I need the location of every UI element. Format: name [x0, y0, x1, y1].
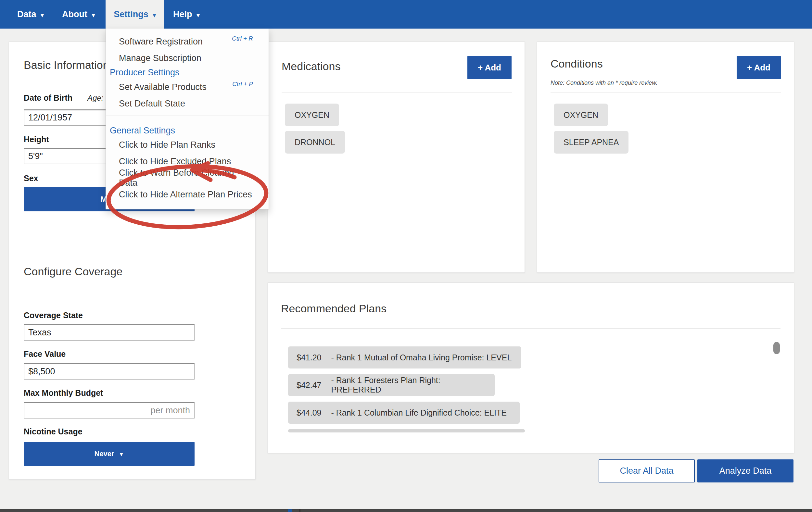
conditions-note: Note: Conditions with an * require revie…: [551, 80, 658, 86]
medication-tag[interactable]: OXYGEN: [285, 103, 339, 126]
medications-title: Medications: [282, 60, 340, 73]
recommended-plans-panel: Recommended Plans $41.20 - Rank 1 Mutual…: [268, 282, 794, 453]
plan-label: - Rank 1 Mutual of Omaha Living Promise:…: [331, 353, 512, 362]
recommended-plans-title: Recommended Plans: [281, 302, 386, 315]
taskbar-accent: [288, 509, 292, 512]
conditions-panel: Conditions Note: Conditions with an * re…: [537, 41, 794, 273]
shortcut-ctrl-r: Ctrl + R: [232, 35, 253, 42]
menu-help-label: Help: [173, 9, 192, 20]
app-window: Data ▾ About ▾ Settings ▾ Help ▾ Basic I…: [0, 0, 812, 512]
analyze-data-button[interactable]: Analyze Data: [697, 459, 793, 482]
plan-label: - Rank 1 Foresters Plan Right: PREFERRED: [331, 375, 486, 394]
menu-item-set-default-state[interactable]: Set Default State: [106, 95, 269, 112]
menu-about[interactable]: About ▾: [62, 0, 95, 29]
chevron-down-icon: ▾: [153, 12, 156, 19]
menu-item-hide-alternate-plan-prices[interactable]: Click to Hide Alternate Plan Prices: [106, 186, 269, 203]
settings-dropdown-menu: Software Registration Ctrl + R Manage Su…: [106, 29, 269, 209]
coverage-state-label: Coverage State: [24, 311, 83, 320]
max-monthly-budget-label: Max Monthly Budget: [24, 388, 103, 398]
condition-tag[interactable]: OXYGEN: [554, 103, 608, 126]
plan-price: $41.20: [296, 353, 321, 362]
face-value-input[interactable]: [24, 363, 195, 380]
scrollbar-thumb[interactable]: [773, 342, 780, 354]
sex-label: Sex: [24, 174, 38, 183]
plan-row[interactable]: $44.09 - Rank 1 Columbian Life Dignified…: [288, 402, 520, 424]
add-condition-button[interactable]: + Add: [737, 56, 781, 79]
add-medication-button[interactable]: + Add: [467, 56, 512, 79]
window-bottom-edge: [0, 509, 812, 512]
menu-divider: [106, 116, 269, 116]
shortcut-ctrl-p: Ctrl + P: [232, 81, 253, 88]
condition-tag[interactable]: SLEEP APNEA: [554, 131, 629, 154]
nicotine-usage-label: Nicotine Usage: [24, 427, 83, 436]
coverage-state-input[interactable]: [24, 324, 195, 340]
horizontal-scrollbar[interactable]: [288, 429, 525, 432]
menu-data[interactable]: Data ▾: [17, 0, 44, 29]
nicotine-usage-dropdown[interactable]: Never ▼: [24, 442, 195, 466]
menu-about-label: About: [62, 9, 87, 20]
max-monthly-budget-input[interactable]: [24, 402, 195, 419]
chevron-down-icon: ▾: [92, 12, 95, 19]
configure-coverage-title: Configure Coverage: [24, 265, 122, 278]
plan-row[interactable]: $41.20 - Rank 1 Mutual of Omaha Living P…: [288, 347, 521, 368]
basic-information-title: Basic Information: [24, 59, 109, 71]
menu-item-set-available-products[interactable]: Set Available Products Ctrl + P: [106, 79, 269, 95]
medication-tag[interactable]: DRONNOL: [285, 131, 345, 154]
menu-data-label: Data: [17, 9, 36, 20]
menu-item-warn-before-clearing-data[interactable]: Click to Warn Before Clearing Data: [106, 170, 269, 186]
height-label: Height: [24, 135, 49, 144]
medications-panel: Medications + Add OXYGEN DRONNOL: [268, 41, 525, 273]
menu-item-hide-plan-ranks[interactable]: Click to Hide Plan Ranks: [106, 137, 269, 153]
menu-item-software-registration[interactable]: Software Registration Ctrl + R: [106, 33, 269, 50]
chevron-down-icon: ▼: [119, 452, 124, 457]
chevron-down-icon: ▾: [41, 12, 44, 19]
menu-help[interactable]: Help ▾: [173, 0, 200, 29]
face-value-label: Face Value: [24, 349, 66, 359]
plan-price: $44.09: [296, 408, 321, 418]
dob-label: Date of Birth Age: 6: [24, 93, 110, 102]
chevron-down-icon: ▾: [197, 12, 200, 19]
menu-item-hide-excluded-plans[interactable]: Click to Hide Excluded Plans: [106, 153, 269, 170]
menu-settings[interactable]: Settings ▾: [106, 0, 164, 29]
clear-all-data-button[interactable]: Clear All Data: [599, 459, 695, 482]
plan-price: $42.47: [296, 381, 321, 390]
plan-label: - Rank 1 Columbian Life Dignified Choice…: [331, 408, 507, 418]
menu-settings-label: Settings: [114, 9, 148, 20]
top-menu-bar: Data ▾ About ▾ Settings ▾ Help ▾: [0, 0, 812, 29]
divider: [281, 328, 781, 329]
taskbar-divider: [299, 509, 300, 512]
plan-row[interactable]: $42.47 - Rank 1 Foresters Plan Right: PR…: [288, 374, 495, 396]
conditions-title: Conditions: [551, 57, 603, 70]
